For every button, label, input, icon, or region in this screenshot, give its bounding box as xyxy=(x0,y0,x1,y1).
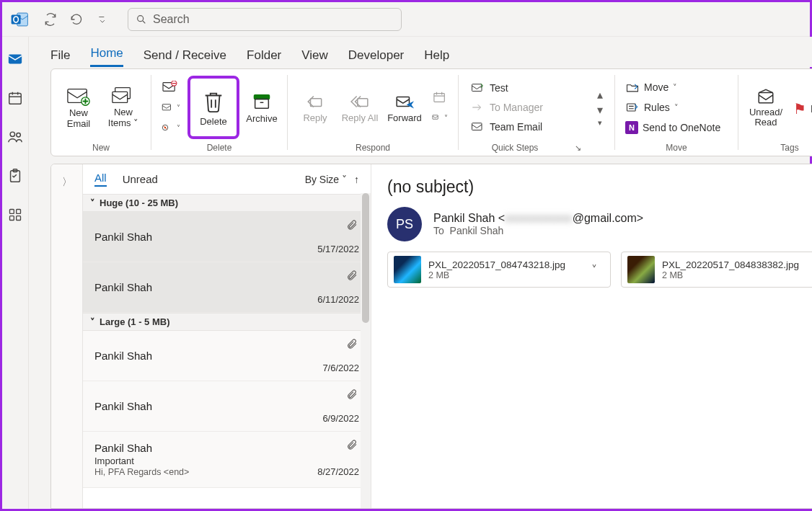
cleanup-button[interactable]: ˅ xyxy=(159,98,183,117)
ribbon-group-label: Move xyxy=(666,143,687,154)
tab-folder[interactable]: Folder xyxy=(247,48,281,67)
ribbon-group-label: Quick Steps xyxy=(492,143,539,153)
reply-all-button[interactable]: Reply All xyxy=(340,76,380,138)
nav-todo[interactable] xyxy=(2,165,28,187)
ribbon-group-delete: ˅ ˅ Delete Archive Delete xyxy=(151,69,287,156)
attachment-icon xyxy=(346,388,358,402)
ribbon-group-respond: Reply Reply All Forward ˅ Respond xyxy=(288,69,458,156)
app-nav-rail xyxy=(2,37,29,509)
tab-send-receive[interactable]: Send / Receive xyxy=(144,48,226,67)
ribbon-group-tags: Unread/ Read ⚑Follo Tags xyxy=(738,69,812,156)
svg-rect-32 xyxy=(627,104,636,111)
attachment-chip[interactable]: PXL_20220517_084743218.jpg2 MB ˅ xyxy=(387,252,611,288)
tab-file[interactable]: File xyxy=(50,48,70,67)
tab-help[interactable]: Help xyxy=(424,48,449,67)
group-header[interactable]: ˅Large (1 - 5 MB) xyxy=(83,313,371,331)
new-email-button[interactable]: New Email xyxy=(58,76,99,138)
group-header[interactable]: ˅Huge (10 - 25 MB) xyxy=(83,194,371,212)
chevron-down-icon: ˅ xyxy=(133,117,138,128)
filter-unread[interactable]: Unread xyxy=(123,173,158,185)
junk-button[interactable]: ˅ xyxy=(159,118,183,137)
quicksteps-launcher-icon[interactable]: ↘ xyxy=(567,143,581,153)
unread-read-button[interactable]: Unread/ Read xyxy=(746,76,786,138)
attachment-icon xyxy=(346,338,358,352)
svg-rect-17 xyxy=(112,92,128,102)
message-item[interactable]: Pankil Shah Important Hi, PFA Regards <e… xyxy=(83,432,371,488)
svg-rect-23 xyxy=(255,94,270,99)
svg-rect-4 xyxy=(9,55,22,64)
reply-button[interactable]: Reply xyxy=(295,76,335,138)
quickstep-to-manager[interactable]: To Manager xyxy=(466,98,588,117)
from-line: Pankil Shah <xxxxxxxxxxx@gmail.com> xyxy=(433,212,643,225)
quicksteps-down-icon[interactable]: ▾ xyxy=(597,103,603,117)
chevron-down-icon: ˅ xyxy=(673,83,677,92)
message-item[interactable]: Pankil Shah 5/17/2022 xyxy=(83,212,371,262)
move-button[interactable]: Move ˅ xyxy=(622,78,731,97)
sort-button[interactable]: By Size ˅ xyxy=(305,174,347,185)
svg-rect-28 xyxy=(434,94,444,102)
quickstep-test[interactable]: Test xyxy=(466,79,588,98)
svg-rect-33 xyxy=(759,92,773,102)
qat-overflow-button[interactable] xyxy=(90,7,115,32)
archive-button[interactable]: Archive xyxy=(244,76,280,138)
follow-up-button[interactable]: ⚑Follo xyxy=(790,99,812,118)
rules-button[interactable]: Rules ˅ xyxy=(622,98,731,117)
svg-rect-5 xyxy=(9,94,22,105)
nav-more-apps[interactable] xyxy=(2,204,28,226)
folder-pane-collapsed: 〉 xyxy=(51,164,83,508)
attachment-thumbnail xyxy=(394,256,421,283)
chevron-down-icon: ˅ xyxy=(177,124,180,132)
svg-rect-13 xyxy=(17,216,21,221)
sync-button[interactable] xyxy=(38,7,63,32)
attachment-icon xyxy=(346,270,358,283)
tab-home[interactable]: Home xyxy=(90,46,123,67)
tab-developer[interactable]: Developer xyxy=(348,48,405,67)
ribbon-group-label: Respond xyxy=(356,143,390,154)
message-item[interactable]: Pankil Shah 6/9/2022 xyxy=(83,381,371,432)
svg-point-7 xyxy=(17,133,21,138)
search-input[interactable]: Search xyxy=(128,8,402,31)
ribbon-tabs: File Home Send / Receive Folder View Dev… xyxy=(29,37,812,67)
new-items-button[interactable]: New Items ˅ xyxy=(103,76,144,138)
more-respond-button[interactable]: ˅ xyxy=(429,108,451,127)
ribbon-group-label: New xyxy=(92,143,110,154)
ignore-button[interactable] xyxy=(159,78,183,97)
attachment-chip[interactable]: PXL_20220517_084838382.jpg2 MB xyxy=(621,252,812,288)
message-item[interactable]: Pankil Shah 7/6/2022 xyxy=(83,331,371,381)
chevron-down-icon: ˅ xyxy=(177,104,180,112)
delete-button[interactable]: Delete xyxy=(192,80,235,135)
chevron-down-icon: ˅ xyxy=(90,197,95,208)
ribbon: New Email New Items ˅ New ˅ ˅ xyxy=(50,68,812,156)
svg-rect-10 xyxy=(10,210,14,214)
scroll-thumb[interactable] xyxy=(362,193,369,323)
nav-mail[interactable] xyxy=(2,48,28,70)
expand-folder-pane-button[interactable]: 〉 xyxy=(62,176,72,189)
message-item[interactable]: Pankil Shah 6/11/2022 xyxy=(83,262,371,313)
titlebar: Search xyxy=(2,2,810,37)
scrollbar[interactable] xyxy=(361,193,371,508)
content-panes: 〉 All Unread By Size ˅ ↑ ˅Huge (10 - 25 … xyxy=(50,164,812,509)
svg-rect-20 xyxy=(162,105,170,110)
nav-people[interactable] xyxy=(2,126,28,148)
svg-rect-31 xyxy=(472,123,482,130)
quicksteps-overflow-icon[interactable]: ▾ xyxy=(598,118,602,128)
svg-point-3 xyxy=(138,15,144,21)
meeting-button[interactable] xyxy=(429,88,451,107)
nav-calendar[interactable] xyxy=(2,87,28,109)
redacted-text: xxxxxxxxxxx xyxy=(505,212,573,224)
chevron-down-icon[interactable]: ˅ xyxy=(591,263,604,277)
svg-rect-12 xyxy=(10,216,14,221)
chevron-down-icon: ˅ xyxy=(674,103,679,112)
search-placeholder: Search xyxy=(153,13,190,26)
forward-button[interactable]: Forward xyxy=(384,76,425,138)
flag-icon: ⚑ xyxy=(793,100,806,117)
quicksteps-up-icon[interactable]: ▴ xyxy=(597,88,603,102)
sort-direction-button[interactable]: ↑ xyxy=(354,174,359,185)
quickstep-team-email[interactable]: Team Email xyxy=(466,117,588,137)
send-to-onenote-button[interactable]: NSend to OneNote xyxy=(622,118,731,137)
undo-button[interactable] xyxy=(64,7,89,32)
tab-view[interactable]: View xyxy=(301,48,328,67)
attachment-thumbnail xyxy=(627,256,655,283)
filter-all[interactable]: All xyxy=(94,172,107,187)
ribbon-group-new: New Email New Items ˅ New xyxy=(51,69,151,156)
